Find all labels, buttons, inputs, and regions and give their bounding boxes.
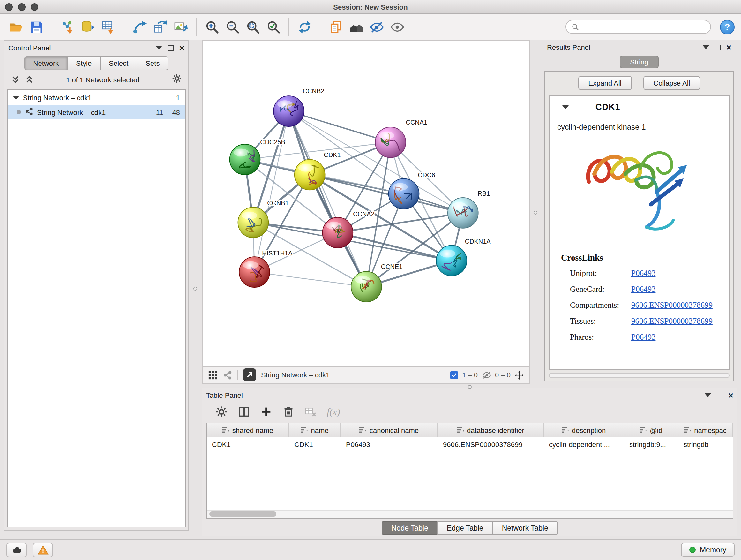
show-columns-icon[interactable]	[238, 406, 250, 418]
column-header[interactable]: @id	[624, 423, 678, 437]
hidden-node-edge-counts: 0 – 0	[495, 371, 511, 379]
apply-layout-button[interactable]	[295, 17, 314, 37]
table-cell[interactable]: stringdb:9...	[624, 437, 678, 451]
horizontal-scrollbar-track[interactable]	[207, 510, 733, 518]
table-row[interactable]: CDK1 CDK1 P06493 9606.ENSP00000378699 cy…	[207, 437, 733, 451]
network-options-button[interactable]	[172, 73, 182, 86]
function-builder-button[interactable]: f(x)	[327, 407, 340, 417]
new-network-from-selection-button[interactable]	[130, 17, 149, 37]
table-cell[interactable]: P06493	[341, 437, 438, 451]
collapse-all-icon[interactable]	[11, 75, 20, 84]
network-collection-row[interactable]: String Network – cdk1 1	[8, 90, 185, 105]
copy-style-button[interactable]	[326, 17, 345, 37]
horizontal-scrollbar-thumb[interactable]	[209, 511, 276, 516]
pan-move-icon[interactable]	[515, 370, 524, 380]
tab-sets[interactable]: Sets	[137, 56, 169, 70]
import-network-from-database-button[interactable]	[78, 17, 98, 37]
panel-menu-icon[interactable]	[156, 46, 162, 50]
memory-button[interactable]: Memory	[681, 543, 735, 557]
zoom-in-button[interactable]	[202, 17, 221, 37]
tab-string[interactable]: String	[620, 56, 659, 68]
close-panel-icon[interactable]: ×	[179, 45, 185, 51]
table-cell[interactable]: 9606.ENSP00000378699	[438, 437, 544, 451]
zoom-fit-button[interactable]	[243, 17, 262, 37]
splitter-handle[interactable]	[534, 211, 537, 214]
new-network-from-table-button[interactable]	[151, 17, 170, 37]
table-options-gear-icon[interactable]	[215, 406, 228, 418]
export-image-button[interactable]	[171, 17, 190, 37]
float-panel-icon[interactable]	[717, 392, 723, 398]
export-network-button[interactable]	[243, 368, 256, 381]
network-row-selected[interactable]: String Network – cdk1 11 48	[8, 105, 185, 119]
svg-text:CCNB1: CCNB1	[267, 199, 288, 206]
tab-select[interactable]: Select	[100, 56, 137, 70]
collapse-all-button[interactable]: Collapse All	[643, 76, 700, 90]
splitter-handle[interactable]	[193, 287, 197, 291]
save-session-button[interactable]	[27, 17, 46, 37]
pharos-link[interactable]: P06493	[631, 333, 656, 342]
main-toolbar: ?	[0, 14, 741, 40]
arrow-up-right-icon	[246, 371, 253, 379]
column-header[interactable]: name	[289, 423, 341, 437]
open-session-button[interactable]	[6, 17, 25, 37]
collapse-triangle-icon[interactable]	[562, 105, 569, 109]
selected-node-edge-counts: 1 – 0	[462, 371, 478, 379]
tab-network-table[interactable]: Network Table	[492, 521, 558, 535]
uniprot-link[interactable]: P06493	[631, 269, 656, 278]
expand-all-button[interactable]: Expand All	[578, 76, 632, 90]
table-cell[interactable]: CDK1	[207, 437, 289, 451]
zoom-selected-button[interactable]	[264, 17, 283, 37]
refresh-icon	[297, 19, 312, 34]
delete-column-trash-icon[interactable]	[282, 406, 295, 418]
search-input[interactable]	[583, 23, 705, 30]
table-cell[interactable]: CDK1	[289, 437, 341, 451]
splitter-handle[interactable]	[468, 385, 472, 389]
network-canvas[interactable]: CCNB2CCNA1CDC25BCDK1CDC6RB1CCNB1CCNA2CDK…	[203, 41, 529, 366]
expand-all-icon[interactable]	[25, 75, 34, 84]
tab-style[interactable]: Style	[67, 56, 100, 70]
column-header[interactable]: database identifier	[438, 423, 544, 437]
network-view: CCNB2CCNA1CDC25BCDK1CDC6RB1CCNB1CCNA2CDK…	[202, 40, 530, 384]
svg-text:CDK1: CDK1	[324, 151, 341, 159]
grid-view-icon[interactable]	[208, 370, 218, 380]
show-hidden-button[interactable]	[387, 17, 407, 37]
add-column-icon[interactable]	[260, 406, 273, 418]
cloud-status-button[interactable]	[6, 543, 27, 557]
help-button[interactable]: ?	[720, 19, 735, 34]
svg-text:CDC25B: CDC25B	[260, 138, 285, 145]
toolbar-separator	[52, 18, 52, 36]
network-share-icon[interactable]	[223, 370, 232, 380]
close-panel-icon[interactable]: ×	[728, 392, 733, 398]
zoom-out-button[interactable]	[223, 17, 242, 37]
panel-menu-icon[interactable]	[704, 393, 711, 397]
control-panel-header: Control Panel ×	[4, 41, 188, 55]
selected-checkbox-icon[interactable]	[450, 371, 458, 379]
float-panel-icon[interactable]	[168, 45, 174, 51]
table-cell[interactable]: stringdb	[678, 437, 733, 451]
network-graph[interactable]: CCNB2CCNA1CDC25BCDK1CDC6RB1CCNB1CCNA2CDK…	[203, 41, 529, 366]
warnings-button[interactable]	[32, 543, 53, 557]
horizontal-scrollbar[interactable]	[549, 373, 730, 378]
control-panel: Control Panel × Network Style Select Set…	[4, 40, 189, 531]
table-cell[interactable]: cyclin-dependent ...	[544, 437, 624, 451]
column-header[interactable]: description	[544, 423, 624, 437]
tab-network[interactable]: Network	[24, 56, 68, 70]
tab-edge-table[interactable]: Edge Table	[437, 521, 493, 535]
genecard-link[interactable]: P06493	[631, 285, 656, 294]
table-header-row: shared name name canonical name database…	[207, 423, 733, 437]
panel-menu-icon[interactable]	[703, 45, 709, 49]
column-header[interactable]: namespac	[678, 423, 733, 437]
float-panel-icon[interactable]	[715, 44, 721, 50]
import-table-from-file-button[interactable]	[99, 17, 118, 37]
close-panel-icon[interactable]: ×	[726, 44, 731, 51]
show-all-networks-button[interactable]	[347, 17, 366, 37]
tab-node-table[interactable]: Node Table	[382, 521, 438, 535]
import-network-from-file-button[interactable]	[58, 17, 77, 37]
compartments-link[interactable]: 9606.ENSP00000378699	[631, 301, 713, 310]
collapse-triangle-icon[interactable]	[13, 96, 19, 99]
column-header[interactable]: shared name	[207, 423, 289, 437]
hide-selected-button[interactable]	[367, 17, 386, 37]
column-header[interactable]: canonical name	[341, 423, 438, 437]
toolbar-separator	[124, 18, 125, 36]
tissues-link[interactable]: 9606.ENSP00000378699	[631, 317, 713, 326]
